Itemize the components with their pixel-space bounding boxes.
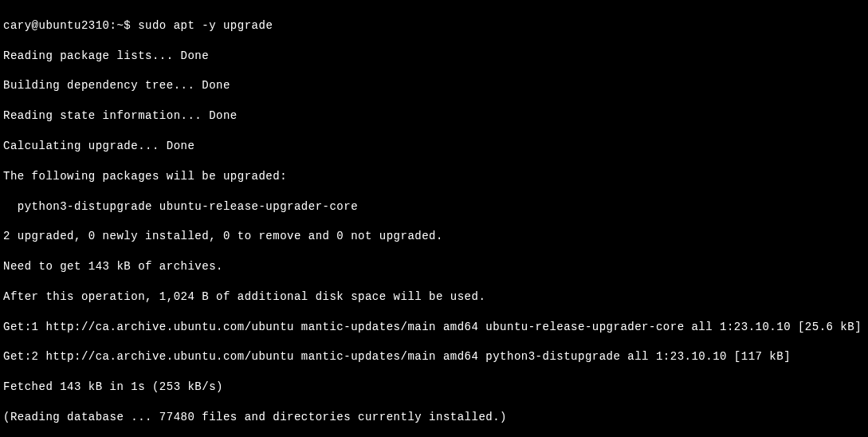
output-line: After this operation, 1,024 B of additio… <box>3 289 865 305</box>
output-line: (Reading database ... 77480 files and di… <box>3 410 865 425</box>
output-line: Fetched 143 kB in 1s (253 kB/s) <box>3 380 865 395</box>
output-line: The following packages will be upgraded: <box>3 169 865 184</box>
terminal-output[interactable]: cary@ubuntu2310:~$ sudo apt -y upgrade R… <box>3 3 865 437</box>
command-line-1: cary@ubuntu2310:~$ sudo apt -y upgrade <box>3 18 865 33</box>
command-text: sudo apt -y upgrade <box>138 19 273 32</box>
output-line: 2 upgraded, 0 newly installed, 0 to remo… <box>3 229 865 244</box>
output-line: Building dependency tree... Done <box>3 78 865 93</box>
prompt-user-host: cary@ubuntu2310 <box>3 19 110 32</box>
output-line: python3-distupgrade ubuntu-release-upgra… <box>3 199 865 215</box>
output-line: Calculating upgrade... Done <box>3 139 865 154</box>
prompt-path: ~ <box>116 19 124 32</box>
output-line: Get:2 http://ca.archive.ubuntu.com/ubunt… <box>3 349 865 364</box>
output-line: Get:1 http://ca.archive.ubuntu.com/ubunt… <box>3 320 865 335</box>
output-line: Reading state information... Done <box>3 108 865 124</box>
prompt-separator: $ <box>124 19 131 32</box>
output-line: Reading package lists... Done <box>3 49 865 64</box>
output-line: Need to get 143 kB of archives. <box>3 259 865 274</box>
